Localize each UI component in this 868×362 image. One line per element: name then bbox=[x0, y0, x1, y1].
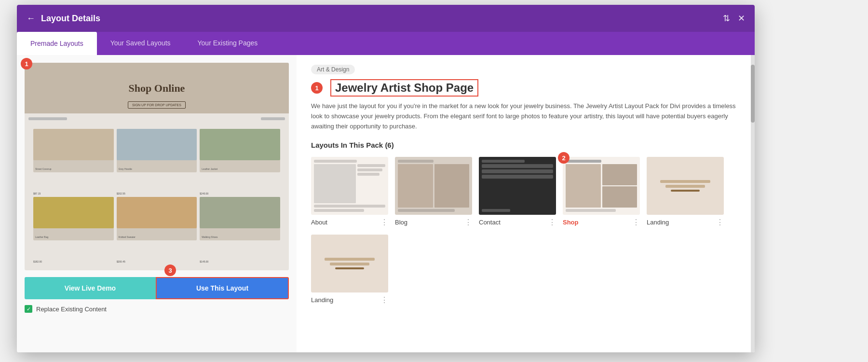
badge-3: 3 bbox=[164, 265, 176, 276]
preview-actions: View Live Demo Use This Layout bbox=[25, 277, 289, 299]
preview-cell: Leather Bag $182.00 bbox=[33, 197, 114, 240]
layout-card-footer-about: About ⋮ bbox=[311, 218, 388, 227]
preview-cell: Street Coverup $87.15 bbox=[33, 129, 114, 172]
tab-existing-pages[interactable]: Your Existing Pages bbox=[184, 32, 271, 55]
right-detail-panel: Art & Design 1 Jewelry Artist Shop Page … bbox=[297, 55, 751, 352]
layout-thumb-card-about: About ⋮ bbox=[311, 157, 388, 227]
badge-1-detail: 1 bbox=[311, 82, 323, 94]
preview-cell: Leather Jacket $240.00 bbox=[200, 129, 280, 172]
preview-cell: Grey Hoodie $202.55 bbox=[117, 129, 197, 172]
layout-thumb-card-landing2: Landing ⋮ bbox=[311, 235, 388, 305]
layout-card-name-landing: Landing bbox=[647, 219, 669, 226]
layout-options-landing[interactable]: ⋮ bbox=[716, 218, 724, 227]
preview-hero-text: Shop Online bbox=[129, 82, 185, 95]
close-icon[interactable]: ✕ bbox=[738, 13, 745, 24]
tabs-bar: Premade Layouts Your Saved Layouts Your … bbox=[17, 32, 755, 55]
layout-title-row: 1 Jewelry Artist Shop Page bbox=[311, 79, 736, 97]
layout-card-name-contact: Contact bbox=[479, 219, 501, 226]
tab-saved-layouts[interactable]: Your Saved Layouts bbox=[97, 32, 184, 55]
replace-checkbox[interactable]: ✓ bbox=[25, 305, 32, 313]
layout-card-footer-landing2: Landing ⋮ bbox=[311, 295, 388, 305]
layout-thumb-card-shop: 2 bbox=[563, 157, 640, 227]
layout-card-footer-shop: Shop ⋮ bbox=[563, 218, 640, 227]
modal-body: 1 Shop Online SIGN UP FOR DROP UPDATES bbox=[17, 55, 755, 352]
category-tag: Art & Design bbox=[311, 65, 355, 74]
layout-options-about[interactable]: ⋮ bbox=[380, 218, 388, 227]
back-icon[interactable]: ← bbox=[27, 14, 35, 24]
layout-thumb-card-contact: Contact ⋮ bbox=[479, 157, 556, 227]
layout-thumb-landing[interactable] bbox=[647, 157, 724, 215]
layout-options-landing2[interactable]: ⋮ bbox=[380, 295, 388, 305]
layout-options-contact[interactable]: ⋮ bbox=[548, 218, 556, 227]
layout-card-name-shop: Shop bbox=[563, 219, 579, 226]
header-actions: ⇅ ✕ bbox=[723, 13, 745, 24]
layout-thumb-landing2[interactable] bbox=[311, 235, 388, 292]
layout-card-name-landing2: Landing bbox=[311, 296, 333, 304]
layout-title: Jewelry Artist Shop Page bbox=[330, 79, 478, 97]
layout-thumb-about[interactable] bbox=[311, 157, 388, 215]
layout-description: We have just the layout for you if you'r… bbox=[311, 101, 736, 131]
badge-1: 1 bbox=[21, 58, 32, 70]
layout-options-blog[interactable]: ⋮ bbox=[464, 218, 472, 227]
scroll-thumb bbox=[751, 65, 755, 123]
preview-hero: Shop Online SIGN UP FOR DROP UPDATES bbox=[25, 63, 289, 113]
layouts-grid: About ⋮ bbox=[311, 157, 736, 227]
layout-options-shop[interactable]: ⋮ bbox=[632, 218, 640, 227]
replace-existing-row: ✓ Replace Existing Content bbox=[25, 305, 289, 313]
layout-thumb-card-blog: Blog ⋮ bbox=[395, 157, 472, 227]
replace-label: Replace Existing Content bbox=[36, 306, 107, 313]
layout-preview-image: Shop Online SIGN UP FOR DROP UPDATES bbox=[25, 63, 289, 270]
layout-card-name-blog: Blog bbox=[395, 219, 407, 226]
preview-product-grid: Street Coverup $87.15 Grey Hoodie $202.5… bbox=[28, 124, 285, 266]
modal-header: ← Layout Details ⇅ ✕ bbox=[17, 5, 755, 32]
layout-thumb-blog[interactable] bbox=[395, 157, 472, 215]
layout-details-modal: ← Layout Details ⇅ ✕ Premade Layouts You… bbox=[17, 5, 755, 352]
layout-card-footer-contact: Contact ⋮ bbox=[479, 218, 556, 227]
layout-thumb-card-landing: Landing ⋮ bbox=[647, 157, 724, 227]
view-live-demo-button[interactable]: View Live Demo bbox=[25, 277, 156, 299]
scrollbar[interactable] bbox=[751, 55, 755, 352]
layouts-grid-bottom: Landing ⋮ bbox=[311, 235, 736, 305]
use-this-layout-button[interactable]: Use This Layout bbox=[156, 277, 289, 299]
layout-thumb-shop[interactable] bbox=[563, 157, 640, 215]
preview-hero-btn: SIGN UP FOR DROP UPDATES bbox=[128, 101, 186, 109]
preview-cell: Walking Shoes $145.00 bbox=[200, 197, 280, 240]
preview-cell: Knitted Sweater $200.45 bbox=[117, 197, 197, 240]
pack-label: Layouts In This Pack (6) bbox=[311, 141, 736, 149]
settings-icon[interactable]: ⇅ bbox=[723, 13, 730, 24]
layout-card-footer-landing: Landing ⋮ bbox=[647, 218, 724, 227]
layout-card-footer-blog: Blog ⋮ bbox=[395, 218, 472, 227]
layout-thumb-contact[interactable] bbox=[479, 157, 556, 215]
left-preview-panel: 1 Shop Online SIGN UP FOR DROP UPDATES bbox=[17, 55, 297, 352]
modal-title: Layout Details bbox=[41, 14, 723, 24]
tab-premade-layouts[interactable]: Premade Layouts bbox=[17, 32, 97, 55]
layout-card-name-about: About bbox=[311, 219, 327, 226]
